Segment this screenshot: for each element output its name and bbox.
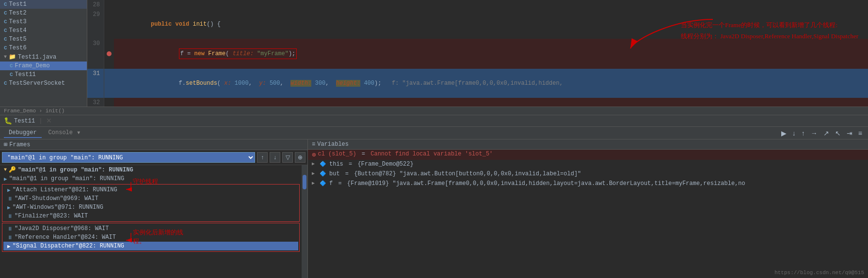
frames-export-button[interactable]: ⊕ — [295, 152, 305, 163]
group-icon: ▼ — [4, 167, 7, 172]
thread-icon: ⏸ — [7, 213, 13, 219]
frames-scrollbar[interactable] — [302, 165, 307, 278]
thread-list-container: ▼ 🔑 "main"@1 in group "main": RUNNING ▶ … — [0, 165, 307, 278]
run-to-cursor-button[interactable]: ↗ — [821, 128, 831, 138]
close-debug-icon[interactable]: × — [46, 116, 51, 126]
sidebar-label: Test2 — [9, 10, 27, 16]
thread-label: "Signal Dispatcher"@822: RUNNING — [13, 243, 124, 249]
thread-label: "AWT-Windows"@971: RUNNING — [13, 204, 103, 211]
frames-button[interactable]: ⇥ — [845, 128, 854, 138]
thread-main[interactable]: ▶ "main"@1 in group "main": RUNNING — [0, 174, 302, 183]
thread-icon: ▶ — [7, 243, 11, 249]
sidebar-label: Test6 — [9, 45, 27, 51]
daemon-threads-box: ▶ "Attach Listener"@821: RUNNING ⏸ "AWT-… — [2, 184, 300, 222]
thread-finalizer[interactable]: ⏸ "Finalizer"@823: WAIT — [3, 212, 298, 220]
var-value: {Button@782} "java.awt.Button[button0,0,… — [354, 170, 864, 177]
thread-run-icon: ▶ — [4, 176, 7, 182]
sidebar-label: Test3 — [9, 18, 27, 25]
frames-dropdown[interactable]: "main"@1 in group "main": RUNNING — [2, 152, 255, 163]
thread-icon: ⏸ — [7, 196, 13, 202]
var-item-cl: ⊗ cl (slot_5) = Cannot find local variab… — [308, 150, 868, 160]
sidebar-item-test4[interactable]: C Test4 — [0, 26, 87, 35]
code-line-32: 32 f.setLayout(new FlowLayout()); — [87, 98, 868, 107]
sidebar-item-test2[interactable]: C Test2 — [0, 9, 87, 17]
var-value: {Frame@1019} "java.awt.Frame[frame0,0,0,… — [347, 180, 864, 187]
tab-console[interactable]: Console ▼ — [44, 128, 85, 138]
frames-icon: ⊞ — [4, 141, 7, 148]
sidebar-label: Test11.java — [18, 54, 56, 61]
code-line-29: 29 public void init() { — [87, 10, 868, 39]
sidebar-item-test6[interactable]: C Test6 — [0, 44, 87, 52]
expand-icon[interactable]: ▶ — [312, 170, 318, 176]
frames-filter-button[interactable]: ▽ — [282, 152, 293, 163]
sidebar-item-test3[interactable]: C Test3 — [0, 17, 87, 26]
thread-group-main[interactable]: ▼ 🔑 "main"@1 in group "main": RUNNING — [0, 165, 302, 174]
folder-icon: 📁 — [9, 53, 16, 61]
frames-up-button[interactable]: ↑ — [257, 152, 268, 163]
frames-panel-header: ⊞ Frames — [0, 139, 307, 150]
frames-select-row: "main"@1 in group "main": RUNNING ↑ ↓ ▽ … — [0, 150, 307, 165]
thread-signal-dispatcher[interactable]: ▶ "Signal Dispatcher"@822: RUNNING — [3, 242, 298, 250]
group-icon2: 🔑 — [9, 166, 16, 173]
var-name: cl (slot_5) — [318, 151, 356, 157]
frames-panel: ⊞ Frames "main"@1 in group "main": RUNNI… — [0, 139, 308, 278]
var-name: f — [329, 180, 333, 187]
thread-group-label: "main"@1 in group "main": RUNNING — [18, 167, 133, 173]
sidebar-item-test1[interactable]: C Test1 — [0, 0, 87, 9]
settings-button[interactable]: ≡ — [856, 128, 864, 138]
class-icon: C — [4, 45, 7, 51]
class-icon: C — [4, 36, 7, 42]
breakpoint-icon — [107, 51, 112, 56]
thread-label: "Reference Handler"@824: WAIT — [15, 234, 116, 241]
sidebar-label: Test4 — [9, 27, 27, 34]
tab-debugger[interactable]: Debugger — [4, 128, 42, 138]
frames-down-button[interactable]: ↓ — [270, 152, 280, 163]
chevron-down-icon: ▼ — [4, 54, 7, 60]
sidebar-item-testserversocket[interactable]: C TestServerSocket — [0, 79, 87, 88]
variables-panel: ≡ Variables ⊗ cl (slot_5) = Cannot find … — [308, 139, 868, 278]
step-out-button[interactable]: → — [809, 128, 820, 138]
frames-scrollbar-thumb[interactable] — [303, 175, 306, 189]
code-line-28: 28 — [87, 0, 868, 10]
step-over-button[interactable]: ↓ — [790, 128, 798, 138]
thread-attach-listener[interactable]: ▶ "Attach Listener"@821: RUNNING — [3, 185, 298, 194]
sidebar-label: TestServerSocket — [9, 80, 65, 87]
sidebar-item-test11[interactable]: C Test11 — [0, 70, 87, 79]
debug-session-label: Test11 — [14, 118, 35, 124]
var-type-icon: 🔷 — [320, 180, 326, 186]
class-icon: C — [4, 19, 7, 25]
expand-icon[interactable]: ▶ — [312, 180, 318, 186]
thread-awt-shutdown[interactable]: ⏸ "AWT-Shutdown"@969: WAIT — [3, 194, 298, 203]
breadcrumb: Frame_Demo › init() — [0, 107, 868, 115]
new-threads-box: ⏸ "Java2D Disposer"@968: WAIT ⏸ "Referen… — [2, 223, 300, 252]
variables-icon: ≡ — [312, 141, 315, 148]
thread-icon: ▶ — [7, 187, 11, 193]
class-icon: C — [4, 80, 7, 86]
bottom-panels: ⊞ Frames "main"@1 in group "main": RUNNI… — [0, 139, 868, 278]
thread-reference-handler[interactable]: ⏸ "Reference Handler"@824: WAIT — [3, 233, 298, 242]
class-icon: C — [4, 28, 7, 33]
bug-icon: 🐛 — [4, 117, 12, 125]
sidebar-item-test5[interactable]: C Test5 — [0, 35, 87, 44]
thread-java2d[interactable]: ⏸ "Java2D Disposer"@968: WAIT — [3, 224, 298, 233]
sidebar-label: Test11 — [15, 71, 36, 78]
evaluate-button[interactable]: ↖ — [833, 128, 843, 138]
thread-label: "main"@1 in group "main": RUNNING — [9, 175, 125, 182]
sidebar-label: Test5 — [9, 36, 27, 43]
var-item-f: ▶ 🔷 f = {Frame@1019} "java.awt.Frame[fra… — [308, 179, 868, 189]
debug-toolbar: Debugger Console ▼ ▶ ↓ ↑ → ↗ ↖ ⇥ ≡ — [0, 126, 868, 139]
class-icon: C — [4, 10, 7, 16]
thread-icon: ▶ — [7, 204, 11, 211]
expand-icon[interactable]: ▶ — [312, 161, 318, 167]
thread-label: "Java2D Disposer"@968: WAIT — [15, 225, 109, 232]
thread-icon: ⏸ — [7, 234, 13, 241]
sidebar-item-test11java[interactable]: ▼ 📁 Test11.java — [0, 52, 87, 62]
var-type-icon: 🔷 — [320, 170, 326, 177]
watermark: https://blog.csdn.net/q9@515 — [308, 267, 868, 278]
sidebar-item-framedemo[interactable]: C Frame_Demo — [0, 62, 87, 70]
step-into-button[interactable]: ↑ — [800, 128, 807, 138]
var-value: {Frame_Demo@522} — [357, 161, 864, 168]
thread-awt-windows[interactable]: ▶ "AWT-Windows"@971: RUNNING — [3, 203, 298, 212]
sidebar-label: Test1 — [9, 1, 27, 8]
resume-button[interactable]: ▶ — [779, 128, 788, 138]
